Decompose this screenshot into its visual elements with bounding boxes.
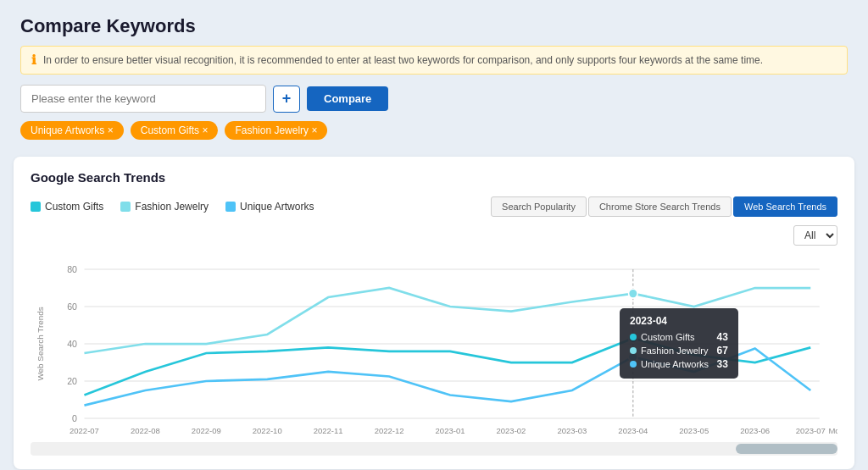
svg-point-26	[629, 334, 638, 343]
header-section: Compare Keywords ℹ In order to ensure be…	[0, 0, 868, 148]
svg-text:0: 0	[72, 413, 77, 423]
compare-button[interactable]: Compare	[307, 86, 388, 111]
legend-item-custom-gifts: Custom Gifts	[31, 201, 103, 213]
svg-text:2023-01: 2023-01	[436, 425, 465, 434]
svg-text:2023-05: 2023-05	[679, 425, 709, 434]
svg-text:60: 60	[67, 301, 77, 312]
tag-custom-gifts[interactable]: Custom Gifts ×	[131, 121, 219, 140]
legend: Custom Gifts Fashion Jewelry Unique Artw…	[31, 201, 314, 213]
svg-text:2022-07: 2022-07	[70, 425, 99, 434]
info-message: In order to ensure better visual recogni…	[43, 54, 763, 66]
legend-dot-custom-gifts	[31, 202, 41, 212]
svg-text:2023-02: 2023-02	[497, 425, 526, 434]
tag-label: Unique Artworks ×	[31, 124, 114, 136]
tab-chrome-store[interactable]: Chrome Store Search Trends	[588, 196, 732, 217]
tag-label: Fashion Jewelry ×	[235, 124, 317, 136]
filter-row: All	[31, 225, 837, 246]
legend-label-unique-artworks: Unique Artworks	[240, 201, 314, 213]
svg-text:2022-11: 2022-11	[314, 425, 343, 434]
legend-item-fashion-jewelry: Fashion Jewelry	[120, 201, 209, 213]
input-row: + Compare	[20, 85, 848, 113]
filter-select[interactable]: All	[793, 225, 837, 246]
tag-label: Custom Gifts ×	[141, 124, 209, 136]
info-bar: ℹ In order to ensure better visual recog…	[20, 46, 848, 75]
chart-svg: 80 60 40 20 0 Web Search Trends 2022-07 …	[31, 251, 837, 437]
legend-dot-unique-artworks	[225, 202, 236, 212]
legend-and-tabs: Custom Gifts Fashion Jewelry Unique Artw…	[31, 196, 837, 217]
svg-text:2022-12: 2022-12	[375, 425, 404, 434]
chart-area: 80 60 40 20 0 Web Search Trends 2022-07 …	[31, 251, 837, 437]
main-card: Google Search Trends Custom Gifts Fashio…	[14, 157, 854, 469]
svg-text:2023-06: 2023-06	[740, 425, 770, 434]
svg-point-27	[629, 289, 638, 298]
keyword-input[interactable]	[20, 85, 266, 113]
svg-text:Month: Month	[828, 425, 837, 434]
tab-web-search[interactable]: Web Search Trends	[733, 196, 837, 217]
svg-text:80: 80	[67, 264, 77, 274]
svg-text:2023-03: 2023-03	[557, 425, 587, 434]
svg-text:2023-04: 2023-04	[618, 425, 648, 434]
svg-text:2022-08: 2022-08	[131, 425, 160, 434]
svg-text:2023-07: 2023-07	[796, 425, 826, 434]
info-icon: ℹ	[31, 53, 36, 68]
svg-text:2022-10: 2022-10	[253, 425, 282, 434]
tabs-row: Search Popularity Chrome Store Search Tr…	[491, 196, 837, 217]
page-title: Compare Keywords	[20, 15, 848, 37]
legend-dot-fashion-jewelry	[120, 202, 131, 212]
tag-unique-artworks[interactable]: Unique Artworks ×	[20, 121, 124, 140]
svg-text:40: 40	[67, 339, 77, 349]
svg-text:Web Search Trends: Web Search Trends	[36, 307, 45, 380]
scrollbar-thumb[interactable]	[736, 444, 837, 454]
card-title: Google Search Trends	[31, 170, 837, 185]
svg-point-28	[629, 352, 638, 362]
tab-search-popularity[interactable]: Search Popularity	[491, 196, 587, 217]
tags-row: Unique Artworks × Custom Gifts × Fashion…	[20, 121, 848, 140]
add-button[interactable]: +	[273, 86, 300, 113]
svg-text:20: 20	[67, 376, 77, 386]
legend-label-custom-gifts: Custom Gifts	[45, 201, 103, 213]
tag-fashion-jewelry[interactable]: Fashion Jewelry ×	[225, 121, 327, 140]
legend-label-fashion-jewelry: Fashion Jewelry	[135, 201, 209, 213]
scrollbar-area[interactable]	[31, 442, 837, 456]
legend-item-unique-artworks: Unique Artworks	[225, 201, 314, 213]
svg-text:2022-09: 2022-09	[192, 425, 221, 434]
